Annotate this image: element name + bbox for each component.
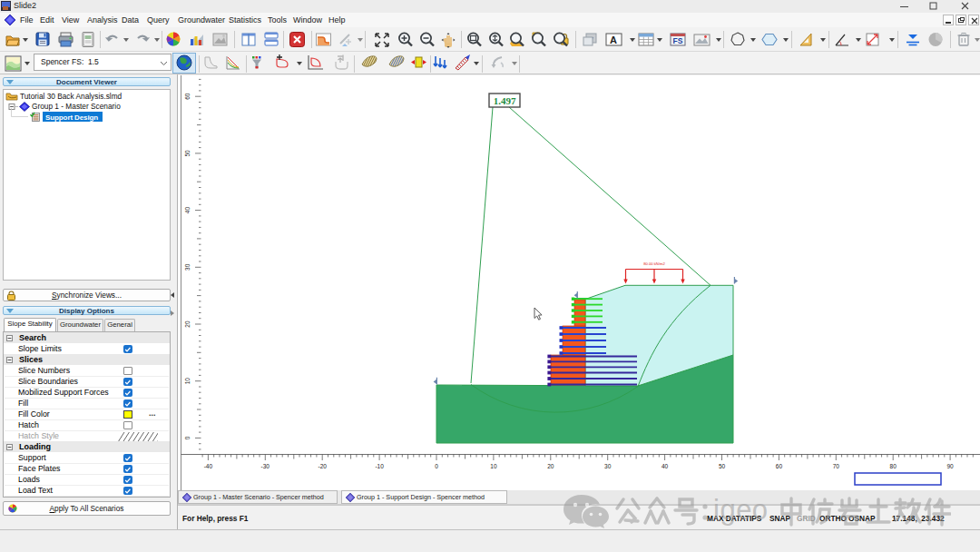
- svg-text:30: 30: [184, 263, 191, 271]
- svg-text:80.00 kN/m2: 80.00 kN/m2: [643, 261, 665, 266]
- svg-text:70: 70: [833, 463, 840, 469]
- svg-text:50: 50: [719, 463, 726, 469]
- svg-text:50: 50: [184, 150, 191, 157]
- svg-text:A: A: [610, 34, 617, 45]
- svg-text:-20: -20: [318, 463, 327, 469]
- svg-text:40: 40: [662, 463, 669, 469]
- svg-text:40: 40: [184, 207, 191, 214]
- svg-text:80: 80: [890, 463, 897, 469]
- svg-text:20: 20: [547, 463, 554, 469]
- svg-text:-40: -40: [204, 463, 213, 469]
- svg-text:10: 10: [490, 463, 497, 469]
- svg-text:-10: -10: [375, 463, 384, 469]
- svg-text:-30: -30: [261, 463, 270, 469]
- svg-text:30: 30: [604, 463, 612, 469]
- svg-text:10: 10: [184, 378, 191, 385]
- svg-text:FS: FS: [673, 36, 683, 45]
- svg-text:60: 60: [184, 93, 191, 100]
- svg-text:20: 20: [184, 320, 191, 328]
- svg-text:0: 0: [435, 463, 438, 469]
- svg-text:1.497: 1.497: [494, 95, 516, 106]
- svg-text:90: 90: [946, 463, 954, 469]
- svg-text:0: 0: [184, 436, 191, 439]
- svg-text:60: 60: [776, 463, 783, 469]
